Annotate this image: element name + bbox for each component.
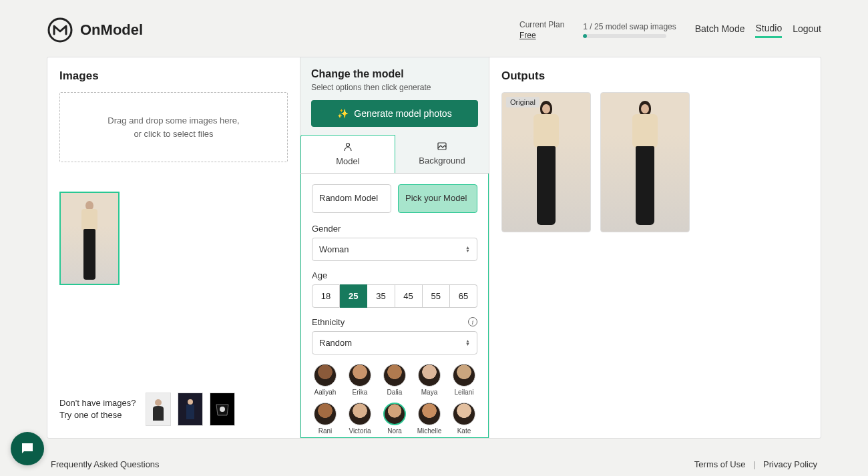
- svg-rect-3: [186, 405, 194, 419]
- mode-random[interactable]: Random Model: [312, 184, 391, 213]
- sample-image-3[interactable]: [210, 393, 235, 426]
- ethnicity-value: Random: [319, 338, 352, 348]
- output-generated[interactable]: [600, 92, 690, 232]
- upload-dropzone[interactable]: Drag and drop some images here, or click…: [59, 92, 288, 162]
- gender-value: Woman: [319, 244, 349, 254]
- model-name-label: Dalia: [387, 389, 403, 396]
- gender-label: Gender: [312, 224, 477, 234]
- tab-background[interactable]: Background: [395, 135, 489, 173]
- model-option-michelle[interactable]: Michelle: [416, 403, 443, 435]
- tab-model-label: Model: [336, 156, 359, 166]
- select-caret-icon: ▲▼: [465, 339, 470, 346]
- svg-point-2: [188, 399, 193, 405]
- model-avatar: [383, 364, 406, 387]
- model-option-kate[interactable]: Kate: [451, 403, 477, 435]
- age-option-35[interactable]: 35: [367, 284, 395, 308]
- mode-pick[interactable]: Pick your Model: [398, 184, 477, 213]
- usage-bar: [583, 34, 666, 38]
- model-option-maya[interactable]: Maya: [416, 364, 443, 396]
- ethnicity-label: Ethnicity: [312, 317, 345, 327]
- model-avatar: [349, 364, 371, 387]
- ethnicity-select[interactable]: Random ▲▼: [312, 331, 477, 354]
- svg-point-1: [155, 399, 162, 406]
- chat-widget[interactable]: [11, 432, 44, 465]
- images-title: Images: [59, 69, 288, 83]
- nav-batch-mode[interactable]: Batch Mode: [695, 23, 745, 37]
- usage-text: 1 / 25 model swap images: [583, 22, 676, 31]
- uploaded-image-thumb[interactable]: [59, 192, 120, 285]
- model-avatar: [418, 364, 441, 387]
- dropzone-text-2: or click to select files: [107, 128, 239, 141]
- tab-background-label: Background: [419, 156, 465, 166]
- hint-line1: Don't have images?: [59, 397, 136, 409]
- info-icon[interactable]: i: [468, 317, 477, 326]
- model-option-aaliyah[interactable]: Aaliyah: [312, 364, 339, 396]
- age-option-18[interactable]: 18: [312, 284, 340, 308]
- plan-value[interactable]: Free: [519, 31, 564, 40]
- age-option-55[interactable]: 55: [423, 284, 450, 308]
- svg-point-5: [347, 144, 350, 147]
- change-model-title: Change the model: [311, 68, 478, 80]
- tab-model[interactable]: Model: [300, 135, 395, 173]
- dropzone-text-1: Drag and drop some images here,: [107, 114, 239, 128]
- sample-image-1[interactable]: [146, 393, 171, 426]
- output-original[interactable]: Original: [501, 92, 591, 232]
- brand-name: OnModel: [80, 21, 143, 39]
- sparkle-icon: ✨: [337, 108, 349, 119]
- age-label: Age: [312, 270, 477, 280]
- model-name-label: Maya: [421, 389, 437, 396]
- generate-button[interactable]: ✨ Generate model photos: [311, 100, 478, 127]
- model-option-rani[interactable]: Rani: [312, 403, 339, 435]
- svg-point-4: [220, 407, 225, 412]
- model-name-label: Erika: [353, 389, 368, 396]
- model-name-label: Kate: [457, 427, 471, 435]
- generate-label: Generate model photos: [354, 108, 451, 119]
- faq-link[interactable]: Frequently Asked Questions: [51, 459, 160, 469]
- hint-line2: Try one of these: [59, 409, 136, 421]
- image-icon: [437, 142, 447, 153]
- model-option-nora[interactable]: Nora: [381, 403, 408, 435]
- model-option-erika[interactable]: Erika: [347, 364, 373, 396]
- model-avatar: [314, 364, 337, 387]
- model-option-victoria[interactable]: Victoria: [347, 403, 373, 435]
- model-name-label: Leilani: [455, 389, 474, 396]
- model-avatar: [314, 403, 337, 425]
- age-option-65[interactable]: 65: [450, 284, 477, 308]
- plan-label: Current Plan: [519, 20, 564, 29]
- model-name-label: Victoria: [349, 427, 371, 435]
- nav-studio[interactable]: Studio: [755, 23, 782, 38]
- model-avatar: [383, 403, 406, 425]
- outputs-title: Outputs: [501, 69, 809, 83]
- chat-icon: [19, 441, 35, 457]
- footer-separator: |: [753, 459, 755, 469]
- logo-icon: [47, 17, 73, 43]
- model-option-leilani[interactable]: Leilani: [451, 364, 477, 396]
- change-model-subtitle: Select options then click generate: [311, 83, 478, 92]
- model-avatar: [418, 403, 441, 425]
- sample-image-2[interactable]: [178, 393, 203, 426]
- usage-meter: 1 / 25 model swap images: [583, 22, 676, 38]
- model-name-label: Rani: [318, 427, 333, 435]
- privacy-link[interactable]: Privacy Policy: [763, 459, 817, 469]
- model-avatar: [349, 403, 371, 425]
- model-option-dalia[interactable]: Dalia: [381, 364, 408, 396]
- model-avatar: [453, 403, 475, 425]
- select-caret-icon: ▲▼: [465, 246, 470, 253]
- age-option-45[interactable]: 45: [395, 284, 423, 308]
- model-name-label: Michelle: [417, 427, 442, 435]
- person-icon: [343, 142, 353, 154]
- brand-logo[interactable]: OnModel: [47, 17, 143, 43]
- model-name-label: Aaliyah: [314, 389, 337, 396]
- plan-info: Current Plan Free: [519, 20, 564, 40]
- nav-logout[interactable]: Logout: [793, 23, 821, 37]
- gender-select[interactable]: Woman ▲▼: [312, 238, 477, 261]
- terms-link[interactable]: Terms of Use: [694, 459, 746, 469]
- model-name-label: Nora: [387, 427, 402, 435]
- age-option-25[interactable]: 25: [340, 284, 367, 308]
- model-avatar: [453, 364, 475, 387]
